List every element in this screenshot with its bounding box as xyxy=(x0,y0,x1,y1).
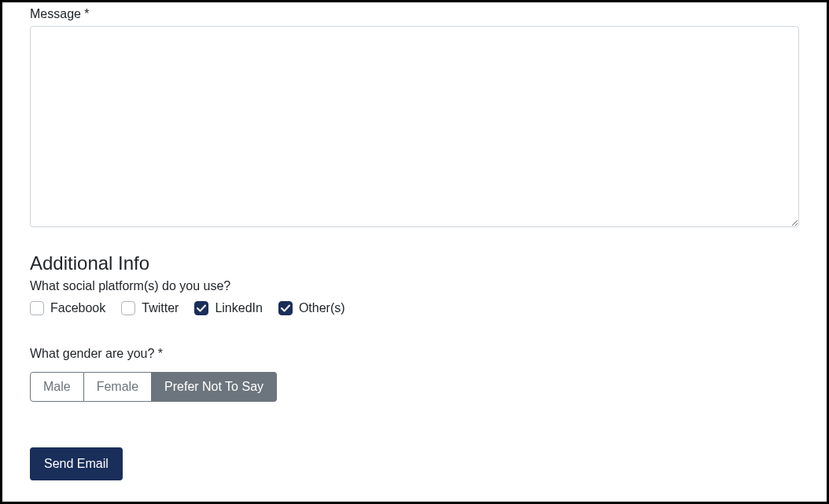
check-icon xyxy=(281,304,290,312)
checkbox-others[interactable] xyxy=(278,301,293,315)
message-textarea[interactable] xyxy=(30,26,799,227)
social-option-facebook: Facebook xyxy=(30,301,105,315)
checkbox-twitter[interactable] xyxy=(121,301,135,315)
checkbox-label-twitter: Twitter xyxy=(142,301,179,315)
gender-option-female[interactable]: Female xyxy=(84,372,152,402)
social-checkbox-row: Facebook Twitter LinkedIn Other(s) xyxy=(30,301,799,315)
checkbox-label-facebook: Facebook xyxy=(50,301,105,315)
checkbox-facebook[interactable] xyxy=(30,301,44,315)
gender-question-label: What gender are you? * xyxy=(30,347,799,361)
social-option-others: Other(s) xyxy=(278,301,345,315)
social-question-label: What social platform(s) do you use? xyxy=(30,279,799,293)
send-email-button[interactable]: Send Email xyxy=(30,447,123,480)
gender-option-prefer-not-to-say[interactable]: Prefer Not To Say xyxy=(152,372,277,402)
message-label: Message * xyxy=(30,7,799,21)
social-option-twitter: Twitter xyxy=(121,301,179,315)
checkbox-label-others: Other(s) xyxy=(299,301,345,315)
gender-button-group: Male Female Prefer Not To Say xyxy=(30,372,277,402)
gender-option-male[interactable]: Male xyxy=(30,372,84,402)
checkbox-linkedin[interactable] xyxy=(194,301,208,315)
check-icon xyxy=(197,304,206,312)
additional-info-heading: Additional Info xyxy=(30,252,799,274)
checkbox-label-linkedin: LinkedIn xyxy=(215,301,263,315)
social-option-linkedin: LinkedIn xyxy=(194,301,263,315)
